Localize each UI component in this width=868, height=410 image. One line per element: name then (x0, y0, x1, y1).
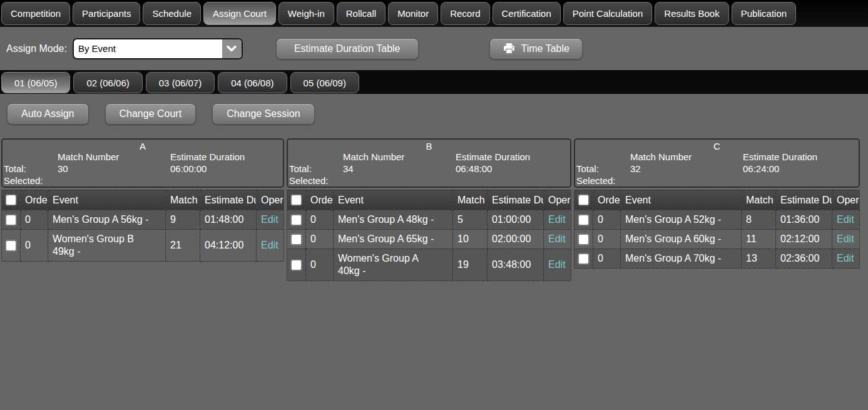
order-column-header: Order (306, 190, 334, 210)
order-value: 0 (593, 210, 621, 230)
event-name: Men's Group A 65kg - (334, 230, 453, 249)
row-checkbox[interactable] (291, 260, 302, 270)
edit-link[interactable]: Edit (837, 253, 854, 264)
date-tab-02-06-06[interactable]: 02 (06/06) (73, 72, 142, 93)
match-number-value: 11 (742, 230, 776, 249)
table-row: 0Men's Group A 70kg -1302:36:00Edit (574, 249, 860, 269)
event-name: Women's Group B 49kg - (48, 230, 166, 262)
court-panel-b: BMatch NumberEstimate DurationTotal:3406… (287, 138, 571, 188)
date-tab-01-06-05[interactable]: 01 (06/05) (1, 72, 70, 93)
event-column-header: Event (621, 190, 742, 210)
chevron-down-icon[interactable] (222, 39, 242, 58)
event-column-header: Event (334, 190, 453, 210)
selected-match-number (630, 175, 743, 187)
operation-column-header: Operation (832, 190, 860, 210)
estimate-duration-value: 02:12:00 (776, 230, 832, 249)
row-checkbox[interactable] (291, 234, 302, 245)
nav-tab-weigh-in[interactable]: Weigh-in (278, 2, 334, 25)
select-all-checkbox[interactable] (578, 195, 589, 205)
row-checkbox[interactable] (6, 215, 16, 225)
estimate-duration-table-button[interactable]: Estimate Duration Table (276, 38, 419, 59)
nav-tab-competition[interactable]: Competition (1, 2, 70, 25)
estimate-duration-value: 01:00:00 (488, 210, 544, 230)
time-table-button[interactable]: Time Table (489, 38, 583, 59)
match-number-header: Match Number (343, 151, 456, 163)
match-number-header: Match Number (58, 151, 170, 163)
auto-assign-button[interactable]: Auto Assign (7, 103, 89, 125)
nav-tab-assign-court[interactable]: Assign Court (203, 2, 276, 25)
edit-link[interactable]: Edit (548, 259, 566, 270)
estimate-duration-value: 02:36:00 (776, 249, 832, 269)
select-all-checkbox[interactable] (6, 195, 16, 205)
estimate-duration-value: 03:48:00 (488, 249, 544, 281)
edit-link[interactable]: Edit (548, 233, 566, 244)
order-value: 0 (593, 230, 621, 249)
nav-tab-participants[interactable]: Participants (73, 2, 140, 25)
total-match-number: 30 (58, 163, 170, 175)
row-checkbox[interactable] (6, 240, 16, 251)
court-panel-c: CMatch NumberEstimate DurationTotal:3206… (574, 138, 860, 188)
select-all-checkbox[interactable] (291, 195, 302, 205)
total-label: Total: (576, 163, 630, 175)
order-value: 0 (21, 210, 48, 230)
estimate-duration-value: 01:36:00 (776, 210, 832, 230)
estimate-duration-value: 01:48:00 (200, 210, 257, 230)
change-court-button[interactable]: Change Court (105, 103, 197, 125)
spacer-cell (576, 151, 630, 163)
match-number-value: 9 (166, 210, 200, 230)
court-table-b: OrderEventMatch NumberEstimate DurationO… (287, 190, 571, 281)
court-column-a: AMatch NumberEstimate DurationTotal:3006… (1, 138, 284, 262)
nav-tab-monitor[interactable]: Monitor (388, 2, 438, 25)
table-row: 0Women's Group B 49kg -2104:12:00Edit (2, 230, 284, 262)
nav-tab-schedule[interactable]: Schedule (143, 2, 201, 25)
selected-match-number (343, 175, 456, 187)
toolbar: Assign Mode: By Event Estimate Duration … (0, 27, 868, 70)
change-session-button[interactable]: Change Session (212, 103, 314, 125)
total-label: Total: (289, 163, 343, 175)
match-number-value: 21 (166, 230, 200, 262)
spacer-cell (4, 151, 58, 163)
estimate-duration-header: Estimate Duration (743, 151, 859, 163)
total-match-number: 34 (343, 163, 456, 175)
operation-column-header: Operation (544, 190, 571, 210)
court-title: B (288, 141, 570, 151)
assign-mode-label: Assign Mode: (6, 43, 67, 54)
table-row: 0Men's Group A 60kg -1102:12:00Edit (574, 230, 860, 249)
nav-tab-point-calculation[interactable]: Point Calculation (563, 2, 653, 25)
time-table-label: Time Table (521, 43, 569, 54)
nav-tab-publication[interactable]: Publication (732, 2, 796, 25)
match-number-header: Match Number (630, 151, 743, 163)
edit-link[interactable]: Edit (837, 214, 854, 225)
nav-tab-record[interactable]: Record (441, 2, 489, 25)
estimate-duration-value: 04:12:00 (200, 230, 257, 262)
match-number-value: 19 (453, 249, 488, 281)
court-panel-a: AMatch NumberEstimate DurationTotal:3006… (1, 138, 284, 188)
date-tab-05-06-09[interactable]: 05 (06/09) (290, 72, 359, 93)
nav-tab-rollcall[interactable]: Rollcall (337, 2, 385, 25)
edit-link[interactable]: Edit (261, 240, 278, 250)
edit-link[interactable]: Edit (837, 233, 854, 244)
action-buttons: Auto AssignChange CourtChange Session (7, 103, 868, 125)
assign-mode-select[interactable]: By Event (73, 38, 243, 59)
table-header-row: OrderEventMatch NumberEstimate DurationO… (287, 190, 571, 210)
total-match-number: 32 (630, 163, 743, 175)
row-checkbox[interactable] (578, 234, 589, 245)
row-checkbox[interactable] (291, 215, 302, 225)
match-column-header: Match Number (453, 190, 488, 210)
order-value: 0 (306, 210, 334, 230)
order-value: 0 (21, 230, 48, 262)
event-name: Men's Group A 60kg - (621, 230, 742, 249)
nav-tab-certification[interactable]: Certification (493, 2, 561, 25)
row-checkbox[interactable] (578, 254, 589, 264)
match-column-header: Match Number (166, 190, 200, 210)
selected-label: Selected: (289, 175, 343, 187)
table-header-row: OrderEventMatch NumberEstimate DurationO… (574, 190, 860, 210)
estimate-duration-header: Estimate Duration (170, 151, 283, 163)
row-checkbox[interactable] (578, 215, 589, 225)
edit-link[interactable]: Edit (261, 214, 278, 225)
edit-link[interactable]: Edit (548, 214, 566, 225)
nav-tab-results-book[interactable]: Results Book (655, 2, 728, 25)
date-tab-04-06-08[interactable]: 04 (06/08) (218, 72, 287, 93)
event-name: Men's Group A 52kg - (621, 210, 742, 230)
date-tab-03-06-07[interactable]: 03 (06/07) (146, 72, 215, 93)
